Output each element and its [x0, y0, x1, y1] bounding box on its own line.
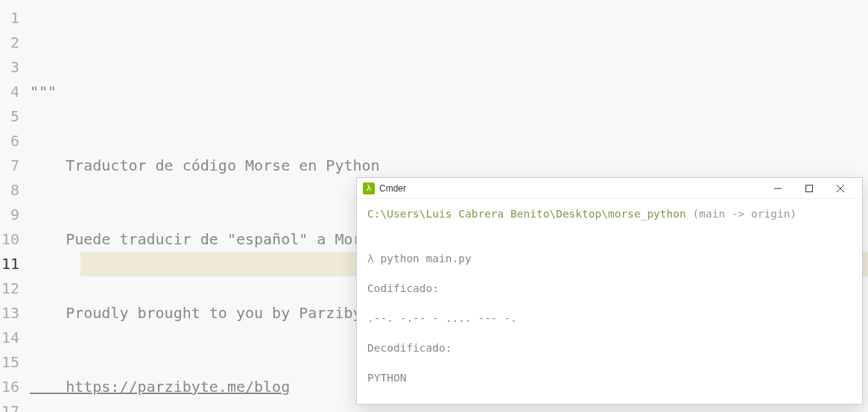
minimize-icon	[774, 185, 782, 192]
line-number: 1	[0, 6, 19, 31]
line-number: 15	[0, 350, 19, 375]
terminal-title: Cmder	[379, 183, 762, 194]
terminal-output-line: .--. -.-- - .... --- -.	[367, 311, 852, 326]
line-number: 13	[0, 301, 19, 326]
terminal-output-line: Decodificado:	[367, 340, 852, 355]
line-number: 10	[0, 227, 19, 252]
window-controls	[762, 179, 856, 198]
docstring-open: """	[30, 80, 57, 104]
close-button[interactable]	[825, 179, 856, 198]
prompt-path: C:\Users\Luis Cabrera Benito\Desktop\mor…	[367, 208, 686, 220]
line-number: 14	[0, 326, 19, 350]
terminal-prompt-line: C:\Users\Luis Cabrera Benito\Desktop\mor…	[367, 206, 852, 221]
maximize-icon	[805, 185, 813, 192]
docstring-link[interactable]: https://parzibyte.me/blog	[30, 375, 290, 399]
cmder-icon: λ	[363, 183, 375, 194]
line-number: 12	[0, 276, 19, 301]
terminal-window: λ Cmder C:\Users\Luis Cabrera Benito\Des…	[356, 177, 863, 405]
docstring-text: Traductor de código Morse en Python	[30, 153, 380, 178]
line-number: 6	[0, 129, 19, 153]
maximize-button[interactable]	[793, 179, 825, 198]
terminal-output-line: Codificado:	[367, 281, 852, 296]
line-number: 7	[0, 153, 19, 178]
line-number: 9	[0, 203, 19, 227]
svg-rect-1	[806, 185, 813, 191]
line-number-gutter: 1 2 3 4 5 6 7 8 9 10 11 12 13 14 15 16 1…	[0, 6, 30, 412]
code-line: Traductor de código Morse en Python	[30, 153, 868, 178]
terminal-body[interactable]: C:\Users\Luis Cabrera Benito\Desktop\mor…	[357, 199, 862, 412]
terminal-titlebar[interactable]: λ Cmder	[357, 178, 862, 199]
line-number: 2	[0, 31, 19, 55]
prompt-branch: (main -> origin)	[693, 208, 797, 220]
terminal-output-line: PYTHON	[367, 370, 852, 385]
line-number: 3	[0, 55, 19, 80]
code-line: """	[30, 80, 868, 104]
line-number: 17	[0, 399, 19, 412]
minimize-button[interactable]	[762, 179, 793, 198]
prompt-lambda: λ	[367, 253, 374, 264]
docstring-text: Proudly brought to you by Parzibyte	[30, 301, 380, 326]
line-number-current: 11	[0, 252, 19, 276]
line-number: 16	[0, 375, 19, 399]
line-number: 8	[0, 178, 19, 203]
line-number: 4	[0, 80, 19, 104]
close-icon	[837, 185, 844, 192]
command: python main.py	[380, 253, 471, 264]
line-number: 5	[0, 104, 19, 129]
terminal-command-line: λ python main.py	[367, 251, 852, 266]
